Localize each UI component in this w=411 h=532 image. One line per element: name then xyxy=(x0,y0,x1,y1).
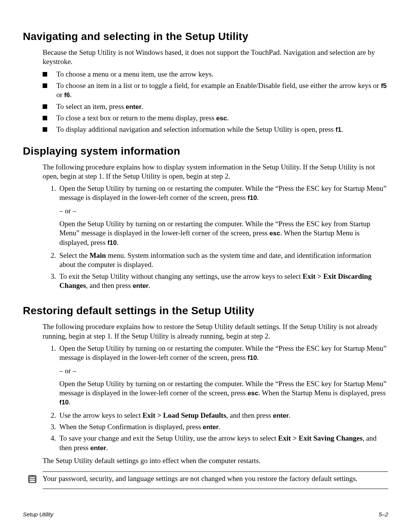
text: . xyxy=(227,114,229,122)
heading-displaying: Displaying system information xyxy=(23,145,388,157)
bullet-list: To choose a menu or a menu item, use the… xyxy=(43,70,388,134)
bold-text: Main xyxy=(89,251,106,259)
document-page: Navigating and selecting in the Setup Ut… xyxy=(0,0,411,532)
text: menu. System information such as the sys… xyxy=(59,251,371,268)
list-item: Select the Main menu. System information… xyxy=(58,251,388,270)
heading-navigating: Navigating and selecting in the Setup Ut… xyxy=(23,30,388,43)
key-label: f10 xyxy=(248,194,257,201)
text: . xyxy=(117,238,119,246)
text: . When the Startup Menu is displayed, pr… xyxy=(258,389,386,397)
list-item: To choose a menu or a menu item, use the… xyxy=(43,70,388,79)
text: . xyxy=(289,411,291,419)
text: Select the xyxy=(59,251,89,259)
text: When the Setup Confirmation is displayed… xyxy=(59,423,203,431)
list-item: To select an item, press enter. xyxy=(43,102,388,111)
text: , and then press xyxy=(86,281,133,289)
text: To display additional navigation and sel… xyxy=(56,125,336,133)
numbered-list: Open the Setup Utility by turning on or … xyxy=(50,344,388,452)
heading-restoring: Restoring default settings in the Setup … xyxy=(23,305,388,317)
text: Open the Setup Utility by turning on or … xyxy=(59,379,388,407)
paragraph: The following procedure explains how to … xyxy=(43,322,388,341)
text: To exit the Setup Utility without changi… xyxy=(59,272,303,280)
key-label: enter xyxy=(133,282,149,289)
text: . xyxy=(257,193,259,201)
page-footer: Setup Utility 5–2 xyxy=(23,511,388,518)
text: . xyxy=(69,398,71,406)
text: To choose an item in a list or to toggle… xyxy=(56,81,381,89)
key-label: enter xyxy=(90,444,106,452)
text: Open the Setup Utility by turning on or … xyxy=(59,184,387,201)
text: . xyxy=(341,125,343,133)
text: . xyxy=(218,423,220,431)
list-item: Use the arrow keys to select Exit > Load… xyxy=(58,411,388,420)
key-label: f10 xyxy=(248,354,257,361)
text: Use the arrow keys to select xyxy=(59,411,142,419)
text: . xyxy=(142,102,143,110)
text: , and then press xyxy=(226,411,273,419)
list-item: To save your change and exit the Setup U… xyxy=(58,434,388,452)
text: . xyxy=(148,281,150,289)
note-block: Your password, security, and language se… xyxy=(43,471,388,489)
text: To close a text box or return to the men… xyxy=(56,114,216,122)
note-icon xyxy=(27,473,38,486)
footer-left: Setup Utility xyxy=(23,511,53,518)
text: . xyxy=(106,444,108,452)
text: Open the Setup Utility by turning on or … xyxy=(59,219,388,247)
text: To choose a menu or a menu item, use the… xyxy=(56,70,213,78)
list-item: To choose an item in a list or to toggle… xyxy=(43,81,388,100)
key-label: esc xyxy=(248,390,258,397)
list-item: When the Setup Confirmation is displayed… xyxy=(58,422,388,431)
divider xyxy=(43,489,388,489)
text: To save your change and exit the Setup U… xyxy=(59,434,278,442)
list-item: Open the Setup Utility by turning on or … xyxy=(58,184,388,247)
paragraph: The following procedure explains how to … xyxy=(43,163,388,181)
key-label: enter xyxy=(203,423,219,431)
bold-text: Exit > Load Setup Defaults xyxy=(142,411,226,419)
list-item: To exit the Setup Utility without changi… xyxy=(58,272,388,291)
paragraph: Because the Setup Utility is not Windows… xyxy=(43,48,388,67)
text: Open the Setup Utility by turning on or … xyxy=(59,344,387,361)
text: or xyxy=(56,91,64,99)
key-label: enter xyxy=(126,103,142,110)
or-separator: – or – xyxy=(59,206,388,216)
numbered-list: Open the Setup Utility by turning on or … xyxy=(50,184,388,290)
key-label: f1 xyxy=(336,126,341,133)
key-label: esc xyxy=(216,115,227,122)
note-text: Your password, security, and language se… xyxy=(43,474,388,483)
text: To select an item, press xyxy=(56,102,126,110)
list-item: To close a text box or return to the men… xyxy=(43,113,388,123)
text: . xyxy=(257,353,259,361)
key-label: f6 xyxy=(64,91,70,99)
or-separator: – or – xyxy=(59,366,388,375)
footer-page-number: 5–2 xyxy=(379,511,388,518)
bold-text: Exit > Exit Saving Changes xyxy=(278,434,363,442)
list-item: To display additional navigation and sel… xyxy=(43,125,388,134)
key-label: f10 xyxy=(107,239,117,246)
paragraph: The Setup Utility default settings go in… xyxy=(43,456,388,465)
key-label: esc xyxy=(269,230,280,237)
text: . xyxy=(70,91,72,99)
key-label: enter xyxy=(273,412,289,419)
key-label: f5 xyxy=(381,82,387,89)
key-label: f10 xyxy=(59,399,69,406)
list-item: Open the Setup Utility by turning on or … xyxy=(58,344,388,407)
